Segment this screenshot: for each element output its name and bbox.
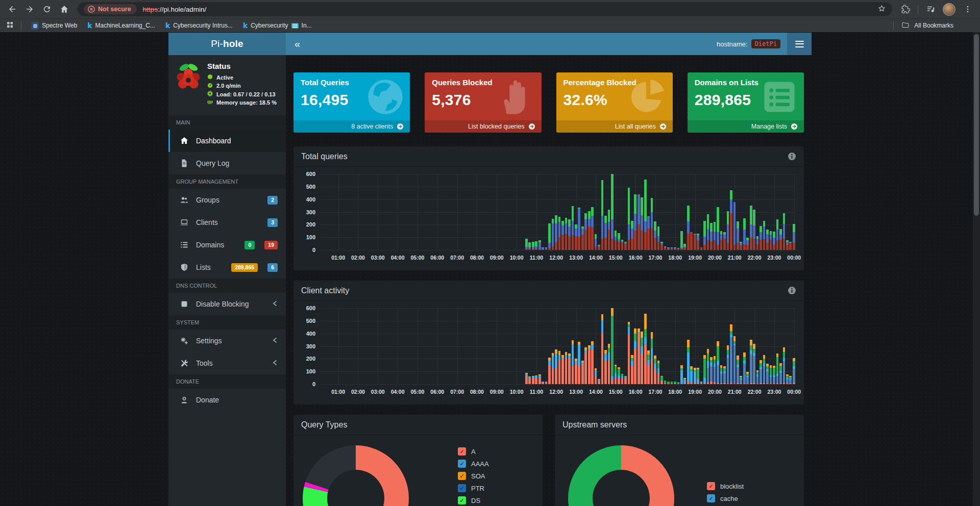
menu-kebab-icon[interactable] (960, 1, 976, 17)
bookmark-item-cybersecurity-intrus[interactable]: kCybersecurity Intrus... (163, 21, 235, 30)
stacked-bar (525, 308, 528, 384)
bar-segment-skyblue (697, 379, 699, 383)
legend-item-soa[interactable]: ✓SOA (458, 472, 498, 480)
donut-ring[interactable] (303, 445, 409, 506)
page-viewport: Pi-hole « hostname: DietPi (0, 32, 980, 506)
bar-segment-orange (763, 355, 766, 359)
scrollbar-thumb[interactable] (974, 34, 979, 216)
sidebar-item-dashboard[interactable]: Dashboard (168, 130, 286, 152)
bar-segment-red (581, 235, 584, 250)
bar-segment-blue (756, 239, 759, 244)
sidebar-item-tools[interactable]: Tools (168, 352, 286, 374)
nav-section-dns-control: DNS CONTROL (168, 279, 286, 293)
bars-layer (320, 308, 796, 384)
hostname-label: hostname: (717, 40, 748, 48)
hamburger-menu-button[interactable] (787, 33, 812, 55)
upstream-servers-donut[interactable]: ✓blocklist✓cache✓localhost#5335 (555, 435, 804, 506)
bookmark-star-icon[interactable] (877, 4, 886, 15)
donut-ring[interactable] (568, 445, 674, 506)
sidebar-collapse-button[interactable]: « (295, 39, 300, 49)
legend-item-ds[interactable]: ✓DS (458, 496, 498, 504)
bar-segment-green (714, 360, 716, 364)
bar-segment-red (789, 243, 792, 250)
sidebar-item-query-log[interactable]: Query Log (168, 152, 286, 174)
legend-item-aaaa[interactable]: ✓AAAA (458, 460, 498, 468)
stacked-bar (697, 308, 699, 384)
bar-segment-red (651, 229, 653, 250)
bookmark-item-machinelearning-c[interactable]: kMachineLearning_C... (85, 21, 158, 30)
home-button[interactable] (56, 1, 72, 17)
bar-segment-red (683, 248, 686, 250)
total-queries-chart[interactable]: 010020030040050060001:0002:0003:0004:000… (293, 167, 804, 270)
card-footer-link[interactable]: 8 active clients (293, 120, 410, 133)
sidebar-item-lists[interactable]: Lists289,8656 (168, 256, 286, 279)
card-footer-link[interactable]: Manage lists (688, 120, 804, 133)
bar-segment-steelblue (717, 365, 719, 383)
profile-avatar[interactable] (943, 3, 955, 16)
bar-segment-red (770, 240, 772, 250)
x-tick-label: 22:00 (748, 255, 762, 261)
box-client-activity: Client activity 010020030040050060001:00… (293, 281, 804, 404)
stacked-bar (647, 308, 650, 384)
info-icon[interactable] (788, 286, 796, 295)
chevron-left-icon (272, 359, 278, 367)
card-footer-label: List all queries (615, 123, 656, 130)
back-button[interactable] (4, 1, 20, 17)
stacked-bar (779, 308, 782, 384)
info-icon[interactable] (788, 152, 796, 161)
bar-segment-blue (753, 225, 755, 239)
bar-segment-red (575, 236, 577, 250)
card-body: Percentage Blocked32.6% (556, 72, 673, 120)
omnibox[interactable]: Not secure https://pi.hole/admin/ (78, 2, 892, 16)
sidebar-item-groups[interactable]: Groups2 (168, 189, 286, 211)
forward-button[interactable] (21, 1, 38, 17)
stat-card-total-queries: Total Queries16,4958 active clients (293, 72, 410, 133)
legend-item-blocklist[interactable]: ✓blocklist (707, 482, 765, 490)
bookmarks-bar: Spectre WebkMachineLearning_C...kCyberse… (0, 18, 980, 32)
legend-item-ptr[interactable]: ✓PTR (458, 484, 498, 492)
bar-segment-orange (608, 344, 610, 348)
apps-grid-icon[interactable] (6, 21, 14, 30)
kaggle-icon: k (87, 22, 92, 29)
x-tick-label: 04:00 (391, 389, 405, 395)
pihole-brand[interactable]: Pi-hole (168, 33, 286, 55)
legend-item-cache[interactable]: ✓cache (707, 494, 765, 502)
client-activity-chart[interactable]: 010020030040050060001:0002:0003:0004:000… (293, 301, 804, 404)
browser-scrollbar[interactable] (973, 32, 980, 506)
all-bookmarks-button[interactable]: All Bookmarks (914, 22, 953, 29)
legend-item-a[interactable]: ✓A (458, 447, 498, 456)
bar-segment-salmon (647, 365, 650, 384)
side-panel-icon[interactable] (922, 1, 939, 17)
bar-segment-green (558, 217, 561, 222)
bar-segment-red (710, 241, 713, 250)
sidebar-item-settings[interactable]: Settings (168, 330, 286, 352)
stacked-bar (763, 308, 766, 384)
bar-segment-green (657, 363, 660, 368)
stacked-bar (595, 174, 597, 250)
bar-segment-red (638, 224, 640, 250)
security-chip[interactable]: Not secure (84, 4, 137, 14)
bookmark-item-cybersecurity[interactable]: kCybersecurityIn... (240, 21, 314, 30)
extensions-icon[interactable] (897, 1, 914, 17)
sidebar-item-disable-blocking[interactable]: Disable Blocking (168, 293, 286, 315)
sidebar-item-donate[interactable]: Donate (168, 389, 286, 411)
stacked-bar (789, 308, 792, 384)
x-tick-label: 05:00 (410, 255, 424, 261)
sidebar-item-domains[interactable]: Domains019 (168, 234, 286, 256)
bar-segment-green (714, 222, 716, 232)
sidebar-item-clients[interactable]: Clients3 (168, 211, 286, 234)
stacked-bar (756, 308, 759, 384)
reload-button[interactable] (39, 1, 55, 17)
brand-text-bold: hole (223, 38, 243, 49)
bookmark-item-spectre-web[interactable]: Spectre Web (29, 21, 80, 31)
circle-arrow-icon (791, 123, 798, 130)
bar-segment-skyblue (710, 363, 713, 366)
card-footer-link[interactable]: List blocked queries (425, 120, 541, 133)
stacked-bar (542, 308, 544, 384)
x-tick-label: 03:00 (371, 389, 385, 395)
stacked-bar (727, 308, 729, 384)
query-types-donut[interactable]: ✓A✓AAAA✓SOA✓PTR✓DS✓DNSKEY (293, 435, 543, 506)
bar-segment-blue (631, 229, 633, 239)
stacked-bar (568, 174, 571, 250)
card-footer-link[interactable]: List all queries (556, 120, 673, 133)
